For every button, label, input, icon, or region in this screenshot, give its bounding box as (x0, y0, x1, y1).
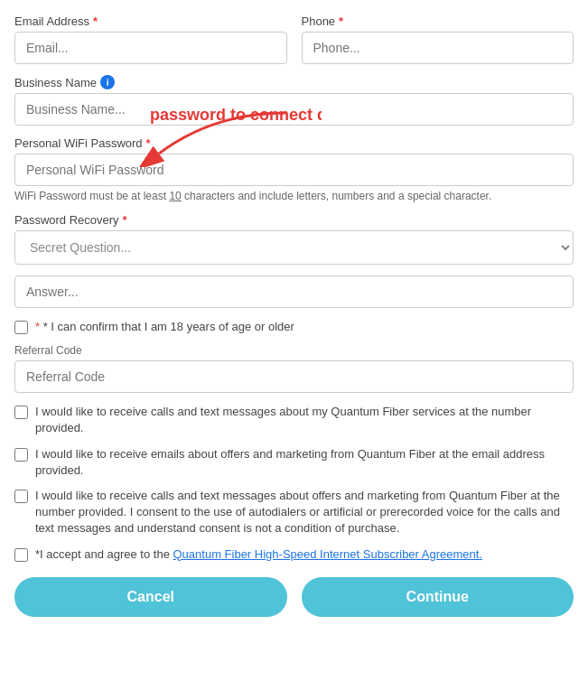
cancel-button[interactable]: Cancel (14, 577, 287, 617)
checkbox1-row: I would like to receive calls and text m… (14, 404, 574, 436)
recovery-required-star: * (123, 213, 127, 227)
wifi-hint-text: WiFi Password must be at least 10 charac… (14, 190, 574, 202)
business-name-label: Business Name i (14, 75, 574, 89)
checkbox2-row: I would like to receive emails about off… (14, 446, 574, 479)
checkbox1[interactable] (14, 406, 28, 419)
agreement-row: *I accept and agree to the Quantum Fiber… (14, 546, 574, 563)
password-recovery-label: Password Recovery * (14, 213, 574, 227)
phone-label: Phone * (302, 14, 574, 28)
checkbox2[interactable] (14, 448, 28, 462)
age-confirm-checkbox[interactable] (14, 321, 28, 334)
email-label: Email Address * (14, 14, 287, 28)
agreement-label: *I accept and agree to the Quantum Fiber… (35, 546, 482, 563)
phone-required-star: * (339, 14, 343, 28)
checkbox3[interactable] (14, 490, 28, 503)
wifi-password-input[interactable] (14, 154, 574, 186)
answer-input[interactable] (14, 275, 574, 308)
checkbox3-label: I would like to receive calls and text m… (35, 488, 574, 537)
checkbox1-label: I would like to receive calls and text m… (35, 404, 574, 436)
email-input[interactable] (14, 32, 287, 64)
age-confirm-row: * * I can confirm that I am 18 years of … (14, 319, 574, 335)
wifi-password-wrapper: password to connect devices (14, 154, 574, 186)
wifi-required-star: * (146, 136, 151, 150)
secret-question-select[interactable]: Secret Question... What is your mother's… (14, 230, 574, 265)
phone-input[interactable] (302, 32, 574, 64)
business-name-info-icon[interactable]: i (100, 75, 115, 89)
referral-code-label: Referral Code (14, 344, 574, 357)
checkbox2-label: I would like to receive emails about off… (35, 446, 574, 479)
wifi-password-label: Personal WiFi Password * (14, 136, 574, 150)
business-name-input[interactable] (14, 93, 574, 126)
buttons-row: Cancel Continue (14, 577, 574, 617)
age-confirm-label: * * I can confirm that I am 18 years of … (35, 319, 294, 335)
agreement-checkbox[interactable] (14, 548, 28, 562)
continue-button[interactable]: Continue (302, 577, 574, 617)
referral-code-input[interactable] (14, 360, 574, 393)
agreement-link[interactable]: Quantum Fiber High-Speed Internet Subscr… (173, 547, 483, 561)
email-required-star: * (93, 14, 98, 28)
checkbox3-row: I would like to receive calls and text m… (14, 488, 574, 537)
